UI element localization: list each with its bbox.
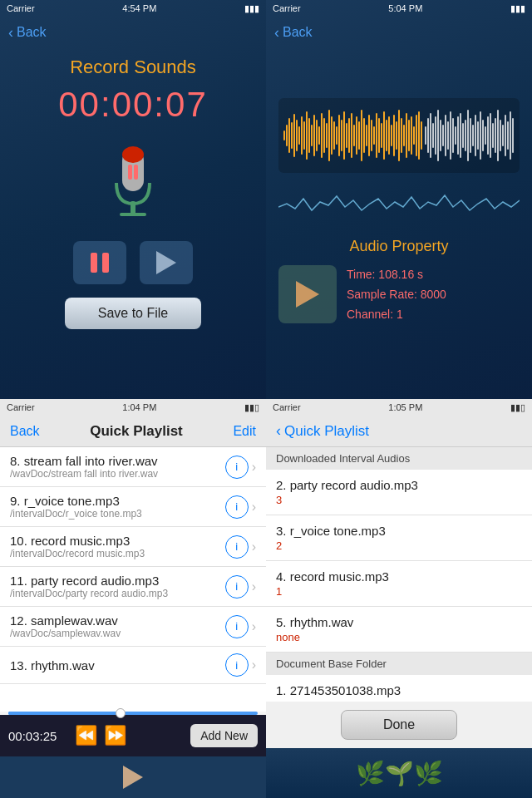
back-label-tr: Back: [283, 25, 313, 40]
back-button-tr[interactable]: ‹ Back: [274, 24, 313, 42]
svg-rect-64: [430, 113, 431, 158]
list-item-name: 11. party record audio.mp3: [10, 574, 225, 588]
signal-tl: ▮▮▮: [244, 3, 259, 14]
svg-rect-47: [386, 120, 387, 151]
svg-rect-95: [507, 121, 509, 150]
pause-icon: [91, 253, 109, 273]
chevron-icon-13: ›: [252, 658, 256, 672]
waveform-svg-main: [282, 101, 516, 170]
svg-rect-69: [442, 125, 444, 146]
player-time: 00:03:25: [8, 729, 68, 743]
progress-bar-bl[interactable]: [8, 712, 258, 715]
svg-rect-38: [363, 118, 365, 153]
audio-thumbnail: [278, 265, 337, 323]
chevron-icon-12: ›: [252, 619, 256, 634]
info-button-8[interactable]: i: [225, 456, 249, 479]
svg-rect-93: [502, 125, 504, 146]
edit-button-bl[interactable]: Edit: [233, 424, 256, 439]
waveform-mini: [278, 181, 520, 231]
list-item: 10. record music.mp3 /intervalDoc/record…: [0, 527, 266, 567]
waveform-main: [278, 98, 520, 173]
svg-rect-78: [465, 120, 466, 151]
carrier-br: Carrier: [273, 402, 301, 412]
record-timer: 00:00:07: [58, 85, 208, 125]
mini-play-icon[interactable]: [123, 766, 143, 789]
svg-rect-32: [348, 118, 350, 153]
back-button-bl[interactable]: Back: [10, 424, 40, 439]
svg-rect-55: [406, 113, 407, 158]
br-item-name: 4. record music.mp3: [276, 569, 522, 584]
svg-rect-29: [341, 120, 342, 151]
info-button-13[interactable]: i: [225, 653, 249, 677]
svg-rect-34: [353, 125, 355, 146]
audio-details: Time: 108.16 s Sample Rate: 8000 Channel…: [347, 268, 446, 321]
panel-audio-property: Carrier 5:04 PM ▮▮▮ ‹ Back: [266, 0, 532, 399]
svg-rect-6: [283, 131, 285, 140]
bottom-mini-player: [0, 756, 266, 798]
svg-rect-87: [487, 116, 489, 155]
svg-rect-96: [510, 111, 511, 160]
playlist-title: Quick Playlist: [90, 423, 183, 440]
nav-bar-bl: Back Quick Playlist Edit: [0, 416, 266, 447]
list-item: 12. samplewav.wav /wavDoc/samplewav.wav …: [0, 607, 266, 647]
svg-rect-76: [460, 113, 461, 158]
svg-rect-52: [398, 110, 400, 161]
svg-rect-66: [435, 116, 436, 155]
svg-rect-43: [376, 113, 377, 158]
pause-button[interactable]: [73, 241, 126, 284]
add-new-button[interactable]: Add New: [190, 724, 258, 747]
fast-forward-button[interactable]: ⏩: [104, 725, 126, 746]
list-item: 9. r_voice tone.mp3 /intervalDoc/r_voice…: [0, 487, 266, 527]
mic-container: [100, 141, 166, 224]
br-item-count-none: none: [276, 631, 522, 643]
done-button[interactable]: Done: [341, 710, 457, 740]
svg-rect-33: [351, 113, 352, 158]
downloaded-list: Downloaded Interval Audios 2. party reco…: [266, 447, 532, 702]
back-button-tl[interactable]: ‹ Back: [8, 24, 47, 42]
done-row: Done: [266, 702, 532, 748]
svg-rect-92: [500, 120, 501, 151]
audio-sample-rate: Sample Rate: 8000: [347, 288, 446, 301]
svg-rect-13: [301, 116, 303, 155]
svg-rect-60: [418, 111, 420, 160]
svg-rect-35: [356, 116, 357, 155]
svg-rect-67: [437, 110, 439, 161]
svg-rect-44: [378, 118, 380, 153]
plant-decoration-mid: 🌱: [385, 760, 414, 787]
controls-row: [73, 241, 193, 284]
plant-decoration-right: 🌿: [414, 760, 443, 787]
list-item-text: 9. r_voice tone.mp3 /intervalDoc/r_voice…: [10, 494, 225, 520]
svg-rect-19: [316, 120, 318, 151]
pause-bar-right: [102, 253, 109, 273]
svg-rect-62: [425, 126, 426, 145]
svg-rect-50: [393, 115, 395, 156]
section-downloaded-header: Downloaded Interval Audios: [266, 447, 532, 470]
info-button-10[interactable]: i: [225, 535, 249, 559]
audio-info-row: Time: 108.16 s Sample Rate: 8000 Channel…: [278, 265, 520, 323]
svg-rect-88: [490, 113, 491, 158]
list-item-name: 12. samplewav.wav: [10, 613, 225, 628]
svg-rect-49: [391, 125, 392, 146]
list-item-text: 11. party record audio.mp3 /intervalDoc/…: [10, 574, 225, 599]
playlist-list: 8. stream fall into river.wav /wavDoc/st…: [0, 447, 266, 712]
audio-time: Time: 108.16 s: [347, 268, 446, 281]
info-button-11[interactable]: i: [225, 575, 249, 598]
progress-thumb-bl[interactable]: [116, 708, 126, 718]
nav-bar-br: ‹ Quick Playlist: [266, 416, 532, 447]
rewind-button[interactable]: ⏪: [75, 725, 97, 746]
svg-rect-75: [457, 116, 459, 155]
svg-rect-70: [445, 115, 446, 156]
svg-rect-26: [333, 121, 335, 150]
list-item-text: 10. record music.mp3 /intervalDoc/record…: [10, 534, 225, 559]
svg-rect-73: [452, 118, 454, 153]
list-item-path: /wavDoc/samplewav.wav: [10, 628, 225, 639]
br-item-name: 5. rhythm.wav: [276, 615, 522, 629]
play-button[interactable]: [140, 241, 193, 284]
back-button-br[interactable]: Quick Playlist: [284, 423, 369, 440]
info-button-12[interactable]: i: [225, 615, 249, 638]
audio-property-title: Audio Property: [349, 238, 448, 255]
svg-rect-7: [286, 125, 288, 146]
save-to-file-button[interactable]: Save to File: [65, 298, 201, 329]
progress-fill-bl: [8, 712, 121, 715]
info-button-9[interactable]: i: [225, 495, 249, 519]
